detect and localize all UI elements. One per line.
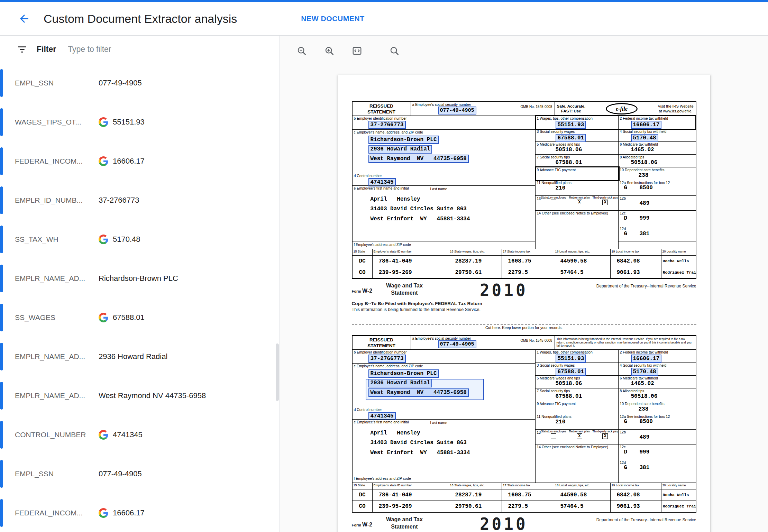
field-label: EMPL_SSN [15,79,99,87]
google-extracted-icon [99,117,108,127]
w2-wages-entity[interactable]: 55151.93 [556,355,586,363]
w2-omb-number: OMB No. 1545-0008 [519,336,555,349]
efile-logo: e-file [606,103,638,114]
w2-state-row-1: DC 786-41-049 28287.19 1608.75 44590.58 … [353,489,696,501]
w2-row-5-6: 5 Medicare wages and tips 50518.06 6 Med… [536,376,696,388]
w2-box-a: a Employee's social security number 077-… [411,102,519,116]
w2-row-3-4: 3 Social security wages 67588.01 4 Socia… [536,363,696,376]
field-row[interactable]: FEDERAL_INCOM... 16606.17 [0,493,280,532]
w2-employer-addr2-entity[interactable]: West Raymond NV 44735-6958 [368,388,469,397]
w2-last-name-label: Last name [429,420,448,425]
w2-box-9: 9 Advance EIC payment [536,167,619,180]
w2-employer-name-entity[interactable]: Richardson-Brown PLC [368,136,439,144]
bounding-box-toggle-button[interactable] [349,43,365,59]
w2-box-4: 4 Social security tax withheld 5170.48 [619,363,696,375]
w2-box-d: d Control number 4741345 [353,407,535,420]
w2-form-border: REISSUED STATEMENT a Employee's social s… [352,101,696,279]
w2-left-column: b Employer identification number 37-2766… [353,116,535,249]
field-highlight-bar [0,226,3,253]
w2-employer-addr2-entity[interactable]: West Raymond NV 44735-6958 [368,155,469,163]
w2-state-table-header: 15 State Employer's state ID number 16 S… [353,483,696,489]
w2-reissued-statement: REISSUED STATEMENT [353,102,411,116]
field-highlight-bar [0,265,3,292]
w2-ssn-entity[interactable]: 077-49-4905 [438,340,476,348]
field-value-group: 16606.17 [99,156,145,166]
w2-box-b: b Employer identification number 37-2766… [353,116,535,130]
w2-thirdparty-sickpay: Third-party sick pay X [592,430,618,444]
w2-box-13: 13 Statutory employee Retirement plan X [536,196,618,211]
field-row[interactable]: SS_WAGES 67588.01 [0,298,280,337]
new-document-button[interactable]: NEW DOCUMENT [301,15,364,23]
w2-control-number-entity[interactable]: 4741345 [368,178,396,186]
w2-fed-tax-entity[interactable]: 16606.17 [631,355,662,363]
w2-box-12b: 12b 489 [619,196,696,211]
w2-employer-name-entity[interactable]: Richardson-Brown PLC [368,369,439,378]
w2-row-7-8: 7 Social security tips 67588.01 8 Alloca… [536,388,696,401]
field-highlight-bar [0,421,3,449]
field-label: EMPLR_NAME_AD... [15,274,99,283]
field-value-group: 2936 Howard Radial [99,352,167,361]
viewer-toolbar [280,36,768,66]
w2-ss-tax-entity[interactable]: 5170.48 [631,134,658,142]
field-row[interactable]: CONTROL_NUMBER 4741345 [0,415,280,454]
field-row[interactable]: EMPLR_NAME_AD... Richardson-Brown PLC [0,259,280,298]
w2-ss-wages-entity[interactable]: 67588.01 [556,368,586,376]
field-row[interactable]: EMPLR_NAME_AD... West Raymond NV 44735-6… [0,376,280,415]
field-row[interactable]: EMPLR_ID_NUMB... 37-2766773 [0,181,280,220]
panel-scrollbar-thumb[interactable] [276,343,279,401]
w2-state-table: 15 State Employer's state ID number 16 S… [353,249,696,278]
w2-state-row-2: CO 239-95-269 29750.61 2279.5 57464.5 90… [353,267,696,278]
w2-employee-name: April Hensley [371,430,535,436]
field-highlight-bar [0,69,3,97]
field-row[interactable]: EMPL_SSN 077-49-4905 [0,454,280,493]
w2-box-12d: 12d G381 [619,460,696,475]
w2-box-1: 1 Wages, tips, other compensation 55151.… [536,350,619,363]
w2-wages-entity[interactable]: 55151.93 [556,121,586,129]
irs-website-text: Visit the IRS Website at www.irs.gov/efi… [658,104,694,113]
w2-ein-entity[interactable]: 37-2766773 [368,355,406,363]
w2-ein-entity[interactable]: 37-2766773 [368,121,406,129]
field-row[interactable]: WAGES_TIPS_OT... 55151.93 [0,102,280,141]
field-value: 16606.17 [113,508,145,517]
w2-copy-c-section: REISSUED STATEMENT a Employee's social s… [352,335,696,532]
filter-input[interactable] [68,45,269,54]
field-row[interactable]: FEDERAL_INCOM... 16606.17 [0,141,280,181]
w2-footer: Form W-2 Wage and Tax Statement 2010 Dep… [352,282,696,298]
w2-box-3: 3 Social security wages 67588.01 [536,363,619,375]
w2-box-14: 14 Other (see enclosed Notice to Employe… [536,444,618,460]
zoom-out-button[interactable] [293,43,310,59]
w2-box-12a: 12a See instructions for box 12 G8500 [619,414,696,430]
app-header: Custom Document Extractor analysis NEW D… [0,2,768,36]
w2-employer-addr1-entity[interactable]: 2936 Howard Radial [368,145,432,153]
w2-box-10: 10 Dependent care benefits 238 [619,167,696,180]
document-viewer: REISSUED STATEMENT a Employee's social s… [280,36,768,532]
document-scroll-area[interactable]: REISSUED STATEMENT a Employee's social s… [280,66,768,532]
field-row[interactable]: EMPL_SSN 077-49-4905 [0,63,280,102]
search-button[interactable] [386,43,403,59]
field-label: FEDERAL_INCOM... [15,509,99,517]
w2-control-number-entity[interactable]: 4741345 [368,412,396,420]
w2-row-9-10: 9 Advance EIC payment 10 Dependent care … [536,167,696,180]
w2-employer-addr1-entity[interactable]: 2936 Howard Radial [368,379,432,387]
w2-box-7: 7 Social security tips 67588.01 [536,155,619,167]
w2-ssn-entity[interactable]: 077-49-4905 [438,107,476,114]
retirement-checkbox: X [577,433,582,439]
w2-ss-wages-entity[interactable]: 67588.01 [556,134,586,142]
w2-box-12c: 12c D999 [619,444,696,460]
filter-bar: Filter [0,36,280,63]
field-value: 077-49-4905 [99,469,142,478]
field-row[interactable]: SS_TAX_WH 5170.48 [0,220,280,259]
zoom-in-button[interactable] [321,43,338,59]
w2-fed-tax-entity[interactable]: 16606.17 [631,121,662,129]
w2-form-title: Wage and Tax Statement [386,516,423,531]
back-button[interactable] [16,10,33,27]
bounding-box-toggle-icon [352,46,362,56]
field-row[interactable]: EMPLR_NAME_AD... 2936 Howard Radial [0,337,280,376]
w2-state-row-2: CO 239-95-269 29750.61 2279.5 57464.5 90… [353,501,696,512]
w2-ss-tax-entity[interactable]: 5170.48 [631,368,658,376]
w2-box-c: c Employer's name, address, and ZIP code… [353,130,535,173]
w2-box-d-label: d Control number [353,173,535,178]
w2-last-name-label: Last name [429,186,448,191]
w2-box-6: 6 Medicare tax withheld 1465.02 [619,376,696,388]
w2-tax-year: 2010 [480,515,528,532]
